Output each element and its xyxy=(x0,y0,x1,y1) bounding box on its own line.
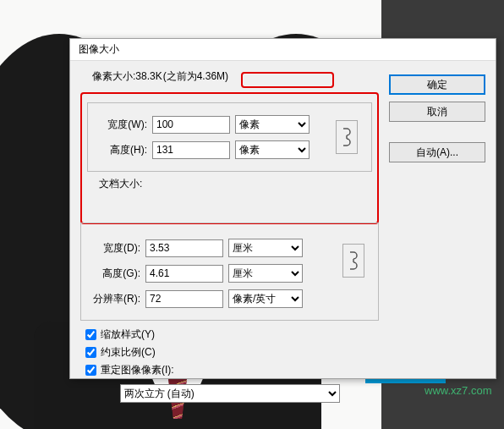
resample-check[interactable] xyxy=(85,365,96,376)
resample-method-select[interactable]: 两次立方 (自动) xyxy=(120,384,340,403)
previous-size-text: (之前为4.36M) xyxy=(163,69,228,84)
width-input[interactable] xyxy=(152,116,230,134)
constrain-check[interactable] xyxy=(85,347,96,358)
height-label: 高度(H): xyxy=(96,143,147,157)
cancel-button[interactable]: 取消 xyxy=(389,102,485,122)
highlight-previous-size xyxy=(241,72,334,88)
pixel-size-label: 像素大小:38.3K xyxy=(92,69,162,84)
doc-size-label: 文档大小: xyxy=(99,177,142,191)
width-unit-select[interactable]: 像素 xyxy=(235,115,310,134)
doc-width-label: 宽度(D): xyxy=(90,241,140,256)
highlight-pixel-group: 宽度(W): 像素 高度(H): 像素 xyxy=(80,92,379,224)
dialog-title: 图像大小 xyxy=(79,42,119,57)
resolution-input[interactable] xyxy=(145,290,223,308)
resolution-unit-select[interactable]: 像素/英寸 xyxy=(228,289,303,308)
height-unit-select[interactable]: 像素 xyxy=(235,140,310,159)
auto-button[interactable]: 自动(A)... xyxy=(389,142,485,162)
constrain-proportions-checkbox[interactable]: 约束比例(C) xyxy=(85,345,379,360)
doc-height-unit-select[interactable]: 厘米 xyxy=(228,264,303,283)
scale-styles-checkbox[interactable]: 缩放样式(Y) xyxy=(85,327,379,342)
pixel-dimensions-group: 宽度(W): 像素 高度(H): 像素 xyxy=(87,102,372,172)
doc-width-input[interactable] xyxy=(145,239,223,257)
resample-checkbox[interactable]: 重定图像像素(I): xyxy=(85,363,379,377)
doc-constrain-link-icon[interactable] xyxy=(342,244,364,278)
resolution-label: 分辨率(R): xyxy=(90,292,140,306)
doc-height-label: 高度(G): xyxy=(90,267,140,281)
height-input[interactable] xyxy=(152,141,230,159)
ok-button[interactable]: 确定 xyxy=(389,74,485,95)
scale-styles-check[interactable] xyxy=(85,329,96,340)
doc-height-input[interactable] xyxy=(145,265,223,283)
titlebar: 图像大小 xyxy=(70,39,496,61)
doc-width-unit-select[interactable]: 厘米 xyxy=(228,239,303,257)
image-size-dialog: 图像大小 像素大小:38.3K (之前为4.36M) 宽度(W): 像素 xyxy=(69,38,496,379)
constrain-link-icon[interactable] xyxy=(336,120,358,154)
document-size-group: 宽度(D): 厘米 高度(G): 厘米 xyxy=(80,223,379,321)
width-label: 宽度(W): xyxy=(96,118,147,132)
